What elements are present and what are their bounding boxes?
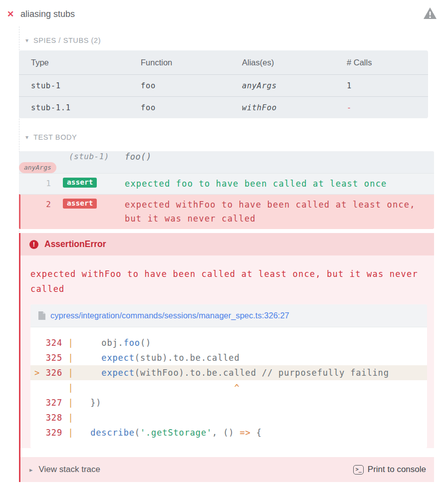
code-token: foo bbox=[124, 338, 140, 348]
section-test-body-header[interactable]: ▾ TEST BODY bbox=[19, 118, 434, 147]
code-token: { bbox=[251, 428, 262, 438]
error-header: ! AssertionError bbox=[20, 233, 434, 255]
alias-badge[interactable]: anyArgs bbox=[19, 162, 56, 173]
column-caret-icon: ^ bbox=[79, 383, 239, 393]
command-message: expected foo to have been called at leas… bbox=[125, 177, 434, 191]
command-group-header[interactable]: (stub-1) foo() anyArgs bbox=[19, 151, 434, 173]
error-name: AssertionError bbox=[44, 239, 106, 249]
test-title: aliasing stubs bbox=[20, 9, 75, 19]
line-number: 324 bbox=[40, 335, 62, 350]
cell-alias: anyArgs bbox=[242, 81, 347, 90]
code-token: , () bbox=[212, 428, 239, 438]
stub-reference: (stub-1) bbox=[69, 152, 125, 161]
table-row: stub-1.1 foo withFoo - bbox=[19, 96, 428, 118]
line-marker bbox=[30, 335, 40, 350]
error-message: expected withFoo to have been called at … bbox=[30, 263, 426, 296]
code-line: 325 | expect(stub).to.be.called bbox=[30, 350, 427, 365]
code-line: 328 | bbox=[30, 410, 427, 425]
line-marker bbox=[30, 425, 40, 440]
column-header-aliases: Alias(es) bbox=[242, 58, 347, 67]
code-line-caret: | ^ bbox=[30, 380, 427, 395]
expand-caret-icon: ▸ bbox=[29, 466, 33, 474]
code-line: 329 | describe('.getStorage', () => { bbox=[30, 425, 427, 440]
cell-calls: - bbox=[347, 103, 428, 112]
stub-function-name: foo() bbox=[125, 152, 434, 162]
line-marker: > bbox=[30, 365, 40, 380]
error-body: expected withFoo to have been called at … bbox=[20, 255, 434, 448]
code-frame: cypress/integration/commands/sessions/ma… bbox=[30, 304, 427, 448]
code-token: expect bbox=[101, 368, 135, 378]
line-marker bbox=[30, 395, 40, 410]
column-header-calls: # Calls bbox=[347, 58, 428, 67]
section-test-body-label: TEST BODY bbox=[33, 133, 77, 141]
line-marker bbox=[30, 380, 40, 395]
file-icon bbox=[38, 311, 45, 320]
code-token: // purposefully failing bbox=[262, 368, 389, 378]
code-token bbox=[79, 353, 101, 363]
code-line: 327 | }) bbox=[30, 395, 427, 410]
code-area: 324 | obj.foo() 325 | expect(stub).to.be… bbox=[30, 327, 427, 448]
cell-function: foo bbox=[141, 81, 242, 90]
column-header-function: Function bbox=[141, 58, 242, 67]
cell-alias: withFoo bbox=[242, 103, 347, 112]
collapse-caret-icon: ▾ bbox=[25, 134, 28, 140]
line-number: 328 bbox=[40, 410, 62, 425]
command-log: (stub-1) foo() anyArgs 1 assert expected… bbox=[19, 151, 434, 229]
command-number: 1 bbox=[19, 177, 51, 191]
gutter-pipe: | bbox=[62, 350, 79, 365]
file-link[interactable]: cypress/integration/commands/sessions/ma… bbox=[50, 311, 289, 320]
terminal-icon: >_ bbox=[353, 465, 364, 475]
line-number bbox=[40, 380, 62, 395]
error-block: ! AssertionError expected withFoo to hav… bbox=[19, 233, 434, 482]
gutter-pipe: | bbox=[62, 410, 79, 425]
line-marker bbox=[30, 350, 40, 365]
section-spies-stubs-label: SPIES / STUBS (2) bbox=[33, 36, 101, 44]
stubs-table-header-row: Type Function Alias(es) # Calls bbox=[19, 50, 428, 74]
cell-calls: 1 bbox=[347, 81, 428, 90]
warning-triangle-icon[interactable] bbox=[423, 7, 437, 20]
command-row-assert-passed[interactable]: 1 assert expected foo to have been calle… bbox=[19, 173, 434, 194]
assert-badge: assert bbox=[63, 199, 97, 209]
cell-type: stub-1 bbox=[31, 81, 141, 90]
line-number: 325 bbox=[40, 350, 62, 365]
gutter-pipe: | bbox=[62, 335, 79, 350]
code-token: expect bbox=[101, 353, 135, 363]
collapse-caret-icon: ▾ bbox=[25, 37, 28, 43]
code-frame-header: cypress/integration/commands/sessions/ma… bbox=[30, 304, 427, 327]
code-token: ( bbox=[135, 428, 140, 438]
line-number: 329 bbox=[40, 425, 62, 440]
test-header-row[interactable]: ✕ aliasing stubs bbox=[0, 0, 448, 24]
assert-badge: assert bbox=[63, 178, 97, 188]
command-number: 2 bbox=[20, 198, 51, 212]
error-exclamation-icon: ! bbox=[29, 240, 38, 249]
code-token: (stub).to.be.called bbox=[135, 353, 240, 363]
code-line: 324 | obj.foo() bbox=[30, 335, 427, 350]
code-token: => bbox=[240, 428, 251, 438]
gutter-pipe: | bbox=[62, 395, 79, 410]
code-token: }) bbox=[79, 398, 101, 408]
print-to-console-label: Print to console bbox=[368, 465, 426, 475]
column-header-type: Type bbox=[31, 58, 141, 67]
line-number: 327 bbox=[40, 395, 62, 410]
test-failed-x-icon: ✕ bbox=[7, 9, 17, 19]
cell-function: foo bbox=[141, 103, 242, 112]
table-row: stub-1 foo anyArgs 1 bbox=[19, 74, 428, 96]
section-spies-stubs-header[interactable]: ▾ SPIES / STUBS (2) bbox=[19, 24, 434, 50]
error-actions-bar: ▸ View stack trace >_ Print to console bbox=[20, 457, 434, 482]
line-marker bbox=[30, 410, 40, 425]
line-number: 326 bbox=[40, 365, 62, 380]
gutter-pipe: | bbox=[62, 365, 79, 380]
print-to-console-button[interactable]: >_ Print to console bbox=[353, 465, 426, 475]
code-token: (withFoo).to.be.called bbox=[135, 368, 262, 378]
command-row-assert-failed[interactable]: 2 assert expected withFoo to have been c… bbox=[19, 194, 434, 229]
test-attempt-content: ▾ SPIES / STUBS (2) Type Function Alias(… bbox=[19, 24, 434, 482]
code-token: obj. bbox=[79, 338, 124, 348]
command-message: expected withFoo to have been called at … bbox=[125, 198, 434, 226]
code-token bbox=[79, 368, 101, 378]
view-stack-trace-label: View stack trace bbox=[39, 465, 100, 475]
gutter-pipe: | bbox=[62, 380, 79, 395]
code-line-highlighted: > 326 | expect(withFoo).to.be.called // … bbox=[30, 365, 427, 380]
code-token: '.getStorage' bbox=[140, 428, 212, 438]
gutter-pipe: | bbox=[62, 425, 79, 440]
view-stack-trace-toggle[interactable]: ▸ View stack trace bbox=[29, 465, 100, 475]
